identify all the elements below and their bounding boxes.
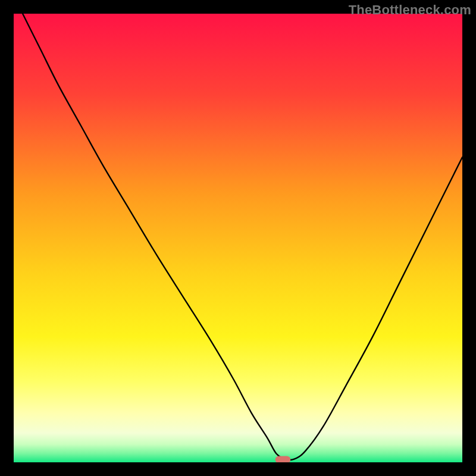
gradient-background [14,14,462,462]
bottleneck-chart [14,14,462,462]
optimal-point-marker [275,456,291,462]
chart-frame: TheBottleneck.com [0,0,476,476]
plot-area [14,14,462,462]
watermark-text: TheBottleneck.com [349,2,471,18]
